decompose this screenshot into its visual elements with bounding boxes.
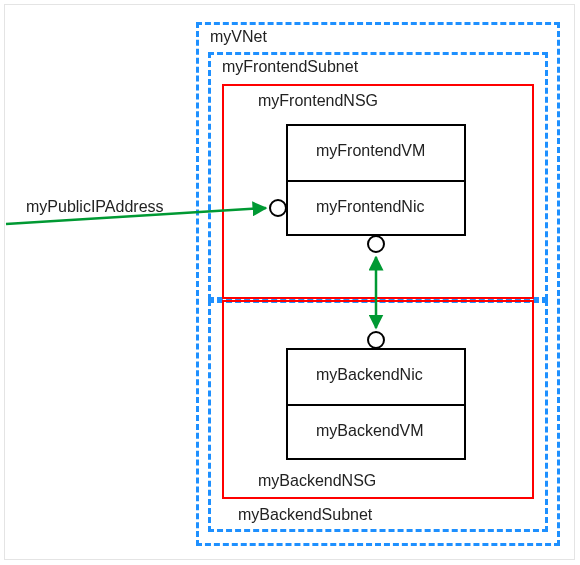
backend-vm-label: myBackendVM — [316, 422, 424, 440]
frontend-nic-left-port-icon — [269, 199, 287, 217]
frontend-nsg-label: myFrontendNSG — [258, 92, 378, 110]
diagram-canvas: myVNet myFrontendSubnet myFrontendNSG my… — [0, 0, 580, 565]
backend-nsg-label: myBackendNSG — [258, 472, 376, 490]
frontend-vm-label: myFrontendVM — [316, 142, 425, 160]
backend-nic-vm-divider — [286, 404, 466, 406]
backend-nic-top-port-icon — [367, 331, 385, 349]
backend-subnet-label: myBackendSubnet — [238, 506, 372, 524]
public-ip-label: myPublicIPAddress — [26, 198, 164, 216]
frontend-nic-bottom-port-icon — [367, 235, 385, 253]
vnet-label: myVNet — [210, 28, 267, 46]
frontend-vm-nic-divider — [286, 180, 466, 182]
frontend-subnet-label: myFrontendSubnet — [222, 58, 358, 76]
frontend-nic-label: myFrontendNic — [316, 198, 424, 216]
backend-nic-label: myBackendNic — [316, 366, 423, 384]
